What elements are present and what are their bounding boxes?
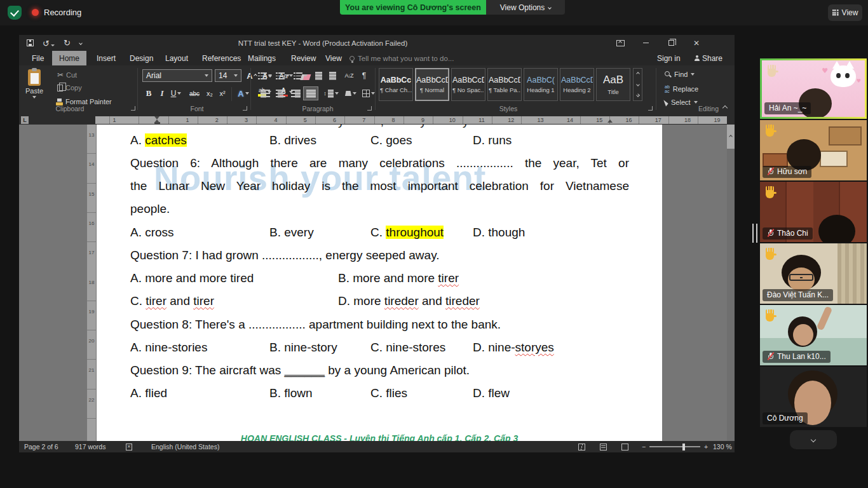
align-center-button[interactable]	[273, 87, 287, 100]
strikethrough-button[interactable]: abc	[187, 87, 202, 100]
tab-file[interactable]: File	[29, 51, 46, 65]
right-indent-marker[interactable]	[607, 119, 613, 123]
font-size-combobox[interactable]: 14	[215, 69, 241, 82]
tab-selector[interactable]: L	[21, 116, 29, 124]
sort-button[interactable]: A↓Z	[342, 69, 356, 82]
q8-line: Question 8: There's a ................. …	[130, 318, 629, 335]
grow-font-button[interactable]: A	[245, 69, 258, 82]
bold-button[interactable]: B	[144, 87, 154, 100]
ribbon-display-options-button[interactable]	[607, 35, 633, 51]
collapse-gallery-button[interactable]	[790, 430, 837, 449]
vertical-ruler: 13141516171819202122	[87, 125, 96, 441]
restore-button[interactable]	[658, 35, 684, 51]
superscript-button[interactable]: x²	[217, 87, 227, 100]
participant-tile[interactable]: Cô Dương	[760, 367, 867, 427]
word-count[interactable]: 917 words	[75, 441, 105, 452]
participant-tile[interactable]: Thu Lan k10...	[760, 305, 867, 365]
misspelled-word: tirer	[438, 271, 459, 285]
underline-button[interactable]: U	[169, 87, 183, 100]
style-title[interactable]: AaBTitle	[596, 68, 630, 101]
option-d: D. more tireder and tireder	[338, 294, 480, 308]
proofing-status-icon[interactable]: ✕	[126, 441, 132, 452]
participant-tile[interactable]: ♥ ♥ Hải An ~_~	[760, 58, 867, 119]
subscript-button[interactable]: x₂	[205, 87, 215, 100]
tab-view[interactable]: View	[323, 51, 344, 65]
zoom-out-button[interactable]: −	[642, 441, 646, 452]
option-d: D. though	[473, 226, 525, 240]
scroll-up-button[interactable]	[727, 125, 735, 149]
tab-design[interactable]: Design	[127, 51, 156, 65]
tab-review[interactable]: Review	[288, 51, 318, 65]
replace-button[interactable]: abacReplace	[665, 85, 698, 93]
decrease-indent-button[interactable]	[313, 69, 324, 82]
participant-tile[interactable]: Hữu sơn	[760, 120, 867, 180]
participant-tile[interactable]: Đào Việt Tuấn K...	[760, 243, 867, 304]
align-right-button[interactable]	[288, 87, 302, 100]
view-button[interactable]: View	[828, 4, 862, 21]
close-button[interactable]: ✕	[684, 35, 709, 51]
paste-button[interactable]: Paste	[25, 69, 43, 98]
style-normal[interactable]: AaBbCcDc¶ Normal	[415, 68, 449, 101]
styles-gallery-scroll[interactable]	[633, 68, 642, 101]
view-options-label: View Options	[500, 3, 545, 12]
borders-button[interactable]	[361, 87, 376, 100]
italic-button[interactable]: I	[158, 87, 166, 100]
participant-tile[interactable]: Thảo Chi	[760, 182, 867, 242]
clipboard-dialog-launcher-icon[interactable]	[131, 106, 135, 111]
bullets-button[interactable]	[258, 69, 272, 82]
zoom-percentage[interactable]: 130 %	[713, 441, 732, 452]
option-c: C. tirer and tirer	[130, 294, 214, 308]
page-indicator[interactable]: Page 2 of 6	[24, 441, 58, 452]
document-area: 13141516171819202122 Nourish your talent…	[19, 125, 735, 441]
document-page[interactable]: Nourish your talent y , y y A. catches B…	[97, 125, 662, 441]
share-button[interactable]: Share	[691, 51, 725, 65]
zoom-bottom-toolbar: Unmute Start Video 23 Participants Chat …	[0, 453, 868, 488]
left-indent-marker[interactable]	[154, 122, 160, 124]
recording-label: Recording	[44, 8, 81, 17]
print-layout-button[interactable]	[600, 441, 608, 452]
option-a: A. cross	[130, 226, 174, 240]
shading-button[interactable]	[343, 87, 358, 100]
tab-references[interactable]: References	[200, 51, 243, 65]
zoom-in-button[interactable]: +	[704, 441, 708, 452]
minimize-button[interactable]	[633, 35, 658, 51]
zoom-slider[interactable]	[649, 441, 700, 452]
copy-button[interactable]: Copy	[57, 84, 82, 92]
style-heading1[interactable]: AaBbC(Heading 1	[524, 68, 558, 101]
font-name-combobox[interactable]: Arial	[142, 69, 212, 82]
multilevel-list-button[interactable]	[294, 69, 308, 82]
tab-layout[interactable]: Layout	[163, 51, 191, 65]
increase-indent-button[interactable]	[327, 69, 338, 82]
justify-button[interactable]	[304, 87, 318, 100]
collapse-ribbon-button[interactable]	[723, 104, 727, 111]
web-layout-button[interactable]	[621, 441, 630, 452]
show-paragraph-marks-button[interactable]: ¶	[360, 69, 369, 82]
cat-cartoon	[831, 65, 856, 87]
align-left-button[interactable]	[258, 87, 272, 100]
tab-insert[interactable]: Insert	[94, 51, 118, 65]
line-spacing-button[interactable]: ↕	[323, 87, 339, 100]
style-char[interactable]: AaBbCc¶ Char Ch...	[379, 68, 413, 101]
sign-in-link[interactable]: Sign in	[654, 51, 683, 65]
sidebar-resize-handle[interactable]	[752, 224, 757, 243]
option-c: C. flies	[370, 386, 407, 400]
language-indicator[interactable]: English (United States)	[151, 441, 219, 452]
horizontal-ruler: 112345678910111213141516171819	[95, 116, 727, 124]
option-b: B. flown	[269, 386, 313, 400]
style-table-paragraph[interactable]: AaBbCcD¶ Table Pa...	[487, 68, 522, 101]
raised-hand-icon	[766, 65, 777, 78]
vertical-scrollbar[interactable]	[727, 125, 735, 441]
text-effects-button[interactable]: A	[235, 87, 252, 100]
zoom-slider-thumb[interactable]	[682, 444, 685, 451]
tab-mailings[interactable]: Mailings	[245, 51, 278, 65]
numbering-button[interactable]	[276, 69, 290, 82]
cut-button[interactable]: ✂Cut	[57, 71, 77, 79]
tell-me-box[interactable]: Tell me what you want to do...	[349, 51, 454, 65]
read-mode-button[interactable]	[578, 441, 587, 452]
style-heading2[interactable]: AaBbCcDHeading 2	[560, 68, 594, 101]
style-no-spacing[interactable]: AaBbCcDc¶ No Spac...	[451, 68, 485, 101]
find-button[interactable]: Find	[665, 71, 695, 78]
security-shield-icon[interactable]	[8, 6, 22, 20]
view-options-button[interactable]: View Options	[486, 0, 565, 15]
tab-home[interactable]: Home	[52, 51, 86, 65]
